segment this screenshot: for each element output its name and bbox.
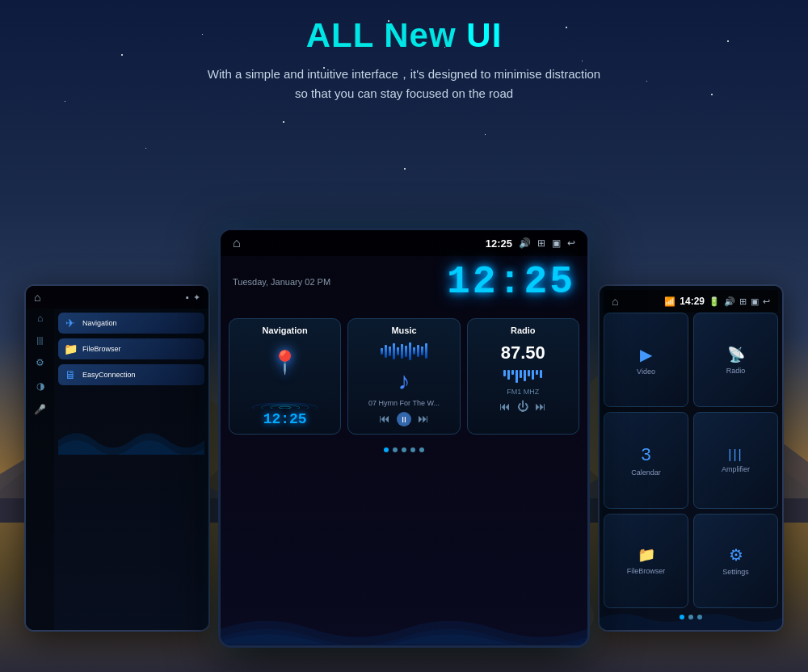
center-window-icon[interactable]: ▣ <box>552 237 561 250</box>
digital-clock: 12:25 <box>447 260 575 304</box>
date-clock-row: Tuesday, January 02 PM 12:25 <box>221 256 587 308</box>
nav-card-content: 📍 12:25 <box>236 338 334 427</box>
amplifier-icon: ||| <box>728 447 743 462</box>
page-indicator <box>221 441 587 459</box>
device-right: ⌂ 📶 14:29 🔋 🔊 ⊞ ▣ ↩ ▶ Video 📡 <box>598 284 784 632</box>
right-status-right: 📶 14:29 🔋 🔊 ⊞ ▣ ↩ <box>664 296 770 307</box>
settings-label: Settings <box>722 568 749 576</box>
radio-prev-icon[interactable]: ⏮ <box>499 400 511 413</box>
center-status-bar: ⌂ 12:25 🔊 ⊞ ▣ ↩ <box>221 230 587 256</box>
settings-icon: ⚙ <box>729 545 743 565</box>
device-left: ⌂ ▪ ✦ ⌂ ||| ⚙ ◑ 🎤 ✈ Navigation <box>24 284 210 632</box>
center-volume-icon[interactable]: 🔊 <box>519 237 531 250</box>
music-song-title: 07 Hymn For The W... <box>368 399 440 407</box>
video-label: Video <box>637 368 655 376</box>
right-wifi-icon: 📶 <box>664 296 675 307</box>
video-icon: ▶ <box>640 345 652 364</box>
left-brightness-icon[interactable]: ◑ <box>36 380 44 392</box>
radio-icon: 📡 <box>727 346 745 363</box>
file-icon: 📁 <box>62 342 78 355</box>
right-back-icon[interactable]: ↩ <box>763 296 770 307</box>
music-play-button[interactable]: ⏸ <box>397 412 411 426</box>
sidebar-easyconnect-item[interactable]: 🖥 EasyConnection <box>58 364 204 385</box>
location-pin-icon: 📍 <box>271 349 299 376</box>
music-card[interactable]: Music <box>347 318 460 435</box>
music-card-content: ♪ 07 Hymn For The W... ⏮ ⏸ ⏭ <box>355 338 452 427</box>
left-settings-icon[interactable]: ⚙ <box>36 357 44 368</box>
page-dot-5[interactable] <box>419 447 424 452</box>
center-wave-decoration <box>221 581 587 645</box>
left-home-sidebar-icon[interactable]: ⌂ <box>37 313 43 324</box>
center-back-icon[interactable]: ↩ <box>567 237 575 250</box>
app-cards-row: Navigation 📍 12:25 <box>221 312 587 441</box>
right-battery-icon: 🔋 <box>709 296 720 307</box>
nav-label: Navigation <box>82 319 117 327</box>
right-radio-card[interactable]: 📡 Radio <box>693 313 778 407</box>
right-video-card[interactable]: ▶ Video <box>604 313 688 407</box>
music-prev-icon[interactable]: ⏮ <box>379 412 390 426</box>
nav-icon-wrapper: 📍 <box>265 342 305 383</box>
right-calendar-card[interactable]: 3 Calendar <box>604 412 688 508</box>
navigation-card[interactable]: Navigation 📍 12:25 <box>229 318 341 435</box>
filebrowser-icon: 📁 <box>638 546 655 564</box>
center-home-icon[interactable]: ⌂ <box>233 236 241 250</box>
svg-point-9 <box>279 406 291 409</box>
radio-next-icon[interactable]: ⏭ <box>535 400 546 413</box>
music-card-title: Music <box>355 326 452 335</box>
center-screen-icon[interactable]: ⊞ <box>537 237 545 250</box>
left-sidebar-layout: ⌂ ||| ⚙ ◑ 🎤 ✈ Navigation 📁 FileBrowser <box>26 309 208 632</box>
page-dot-4[interactable] <box>410 447 415 452</box>
right-screen-icon[interactable]: ⊞ <box>739 296 747 307</box>
connect-label: EasyConnection <box>82 371 136 379</box>
right-window-icon[interactable]: ▣ <box>751 296 759 307</box>
left-status-bar: ⌂ ▪ ✦ <box>26 286 208 309</box>
center-screen: ⌂ 12:25 🔊 ⊞ ▣ ↩ Tuesday, January 02 PM 1… <box>221 230 587 645</box>
right-volume-icon[interactable]: 🔊 <box>724 296 735 307</box>
devices-container: ⌂ ▪ ✦ ⌂ ||| ⚙ ◑ 🎤 ✈ Navigation <box>24 187 784 648</box>
left-home-icon[interactable]: ⌂ <box>34 291 40 304</box>
page-dot-2[interactable] <box>393 447 398 452</box>
center-status-time: 12:25 <box>486 237 512 250</box>
radio-controls: ⏮ ⏻ ⏭ <box>499 400 546 413</box>
left-record-icon: ▪ <box>186 292 189 302</box>
radio-power-icon[interactable]: ⏻ <box>517 400 528 413</box>
date-display: Tuesday, January 02 PM <box>233 277 330 287</box>
radio-signal-bars <box>503 370 542 383</box>
nav-clock-display: 12:25 <box>263 411 307 427</box>
right-screen: ⌂ 📶 14:29 🔋 🔊 ⊞ ▣ ↩ ▶ Video 📡 <box>600 286 782 630</box>
left-equalizer-icon[interactable]: ||| <box>37 336 44 345</box>
right-status-bar: ⌂ 📶 14:29 🔋 🔊 ⊞ ▣ ↩ <box>604 290 778 313</box>
subtitle-line2: so that you can stay focused on the road <box>0 84 808 103</box>
nav-card-title: Navigation <box>236 326 334 335</box>
sidebar-nav-item[interactable]: ✈ Navigation <box>58 313 204 334</box>
music-controls: ⏮ ⏸ ⏭ <box>379 412 429 426</box>
right-settings-card[interactable]: ⚙ Settings <box>693 514 778 608</box>
file-label: FileBrowser <box>82 345 121 353</box>
left-mic-icon[interactable]: 🎤 <box>34 404 46 415</box>
sidebar-filebrowser-item[interactable]: 📁 FileBrowser <box>58 338 204 359</box>
filebrowser-label-right: FileBrowser <box>627 567 666 575</box>
radio-frequency: 87.50 <box>501 342 545 363</box>
connect-icon: 🖥 <box>62 368 78 381</box>
radio-card-content: 87.50 FM1 M <box>474 338 572 427</box>
music-next-icon[interactable]: ⏭ <box>418 412 429 426</box>
sidebar-items-list: ✈ Navigation 📁 FileBrowser 🖥 EasyConnect… <box>54 309 208 632</box>
device-center: ⌂ 12:25 🔊 ⊞ ▣ ↩ Tuesday, January 02 PM 1… <box>218 228 590 648</box>
radio-card[interactable]: Radio 87.50 <box>467 318 579 435</box>
music-note-icon: ♪ <box>398 368 410 395</box>
right-filebrowser-card[interactable]: 📁 FileBrowser <box>604 514 688 608</box>
right-wave-decoration <box>600 598 782 630</box>
left-status-right: ▪ ✦ <box>186 292 200 303</box>
radio-band-label: FM1 MHZ <box>507 388 539 396</box>
svg-point-8 <box>270 405 299 409</box>
page-dot-1[interactable] <box>384 447 389 452</box>
right-home-icon[interactable]: ⌂ <box>612 295 618 308</box>
radio-label-right: Radio <box>726 367 746 375</box>
page-dot-3[interactable] <box>402 447 406 452</box>
left-screen: ⌂ ▪ ✦ ⌂ ||| ⚙ ◑ 🎤 ✈ Navigation <box>26 286 208 630</box>
right-amplifier-card[interactable]: ||| Amplifier <box>693 412 778 508</box>
page-title: ALL New UI <box>0 16 808 55</box>
subtitle-line1: With a simple and intuitive interface，it… <box>0 65 808 84</box>
radio-card-title: Radio <box>474 326 572 335</box>
sidebar-icon-column: ⌂ ||| ⚙ ◑ 🎤 <box>26 309 54 632</box>
